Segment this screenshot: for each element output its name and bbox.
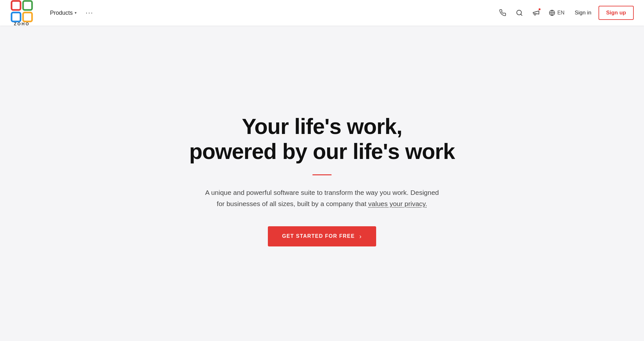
get-started-button[interactable]: GET STARTED FOR FREE › — [268, 226, 376, 246]
search-icon — [516, 9, 523, 16]
navbar: ZOHO Products ▾ ··· — [0, 0, 644, 26]
cta-arrow-icon: › — [359, 233, 362, 240]
hero-content: Your life's work, powered by our life's … — [189, 114, 455, 246]
svg-rect-3 — [23, 12, 32, 21]
signup-button[interactable]: Sign up — [599, 6, 634, 20]
signin-label: Sign in — [575, 10, 591, 16]
globe-icon — [549, 10, 555, 16]
hero-subtitle: A unique and powerful software suite to … — [203, 187, 441, 210]
logo-link[interactable]: ZOHO — [10, 0, 33, 26]
products-label: Products — [50, 10, 73, 16]
hero-title: Your life's work, powered by our life's … — [189, 114, 455, 164]
search-button[interactable] — [512, 6, 526, 20]
svg-rect-2 — [12, 12, 21, 21]
language-label: EN — [557, 10, 564, 16]
nav-left: Products ▾ ··· — [46, 6, 496, 20]
cta-label: GET STARTED FOR FREE — [282, 233, 355, 239]
svg-rect-0 — [12, 1, 21, 10]
more-menu-button[interactable]: ··· — [82, 6, 97, 20]
hero-divider — [312, 174, 332, 175]
signup-label: Sign up — [606, 10, 626, 16]
products-menu-button[interactable]: Products ▾ — [46, 7, 80, 19]
hero-title-line2: powered by our life's work — [189, 139, 455, 163]
more-label: ··· — [86, 9, 93, 17]
notification-dot — [538, 8, 541, 11]
svg-line-5 — [521, 14, 522, 15]
nav-right: EN Sign in Sign up — [496, 6, 634, 20]
zoho-logo-icon — [10, 0, 33, 23]
language-button[interactable]: EN — [546, 7, 567, 19]
signin-button[interactable]: Sign in — [570, 7, 596, 19]
phone-button[interactable] — [496, 6, 510, 20]
svg-rect-1 — [23, 1, 32, 10]
privacy-link[interactable]: values your privacy. — [368, 200, 427, 207]
notification-button[interactable] — [529, 6, 543, 20]
phone-icon — [499, 9, 506, 16]
hero-title-line1: Your life's work, — [242, 114, 402, 138]
chevron-down-icon: ▾ — [75, 11, 77, 15]
hero-section: Your life's work, powered by our life's … — [0, 26, 644, 341]
